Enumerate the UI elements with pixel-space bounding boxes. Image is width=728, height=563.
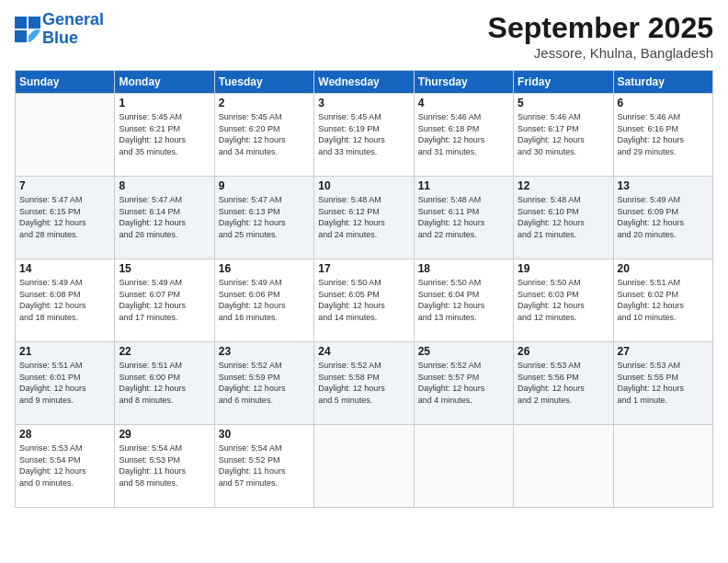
month-title: September 2025 [488,11,713,45]
calendar-header-monday: Monday [115,71,214,94]
day-number: 7 [19,179,110,192]
day-info: Sunrise: 5:45 AM Sunset: 6:21 PM Dayligh… [119,111,210,157]
title-area: September 2025 Jessore, Khulna, Banglade… [488,11,713,61]
location: Jessore, Khulna, Bangladesh [488,45,713,61]
svg-rect-1 [28,17,40,29]
logo-text: General Blue [42,11,104,48]
day-info: Sunrise: 5:48 AM Sunset: 6:12 PM Dayligh… [318,194,409,240]
day-info: Sunrise: 5:49 AM Sunset: 6:07 PM Dayligh… [119,277,210,323]
calendar-header-row: SundayMondayTuesdayWednesdayThursdayFrid… [16,71,713,94]
calendar-cell [613,425,712,508]
day-info: Sunrise: 5:48 AM Sunset: 6:10 PM Dayligh… [518,194,609,240]
day-number: 9 [219,179,310,192]
calendar: SundayMondayTuesdayWednesdayThursdayFrid… [15,70,713,508]
day-number: 4 [418,97,509,109]
calendar-cell: 20Sunrise: 5:51 AM Sunset: 6:02 PM Dayli… [613,259,712,342]
day-number: 28 [19,428,110,441]
day-number: 2 [219,97,310,109]
day-number: 1 [119,97,210,109]
calendar-week-row: 7Sunrise: 5:47 AM Sunset: 6:15 PM Daylig… [16,177,713,259]
calendar-cell: 10Sunrise: 5:48 AM Sunset: 6:12 PM Dayli… [314,177,414,259]
logo: General Blue [15,11,104,48]
day-info: Sunrise: 5:53 AM Sunset: 5:56 PM Dayligh… [518,360,609,406]
calendar-header-saturday: Saturday [613,71,712,94]
calendar-cell: 14Sunrise: 5:49 AM Sunset: 6:08 PM Dayli… [16,259,115,342]
calendar-cell [514,425,613,508]
day-info: Sunrise: 5:49 AM Sunset: 6:06 PM Dayligh… [219,277,310,323]
calendar-cell [314,425,414,508]
calendar-header-tuesday: Tuesday [214,71,313,94]
day-number: 11 [418,179,509,192]
calendar-week-row: 28Sunrise: 5:53 AM Sunset: 5:54 PM Dayli… [16,425,713,508]
day-number: 22 [119,345,210,358]
day-number: 27 [618,345,709,358]
calendar-cell: 22Sunrise: 5:51 AM Sunset: 6:00 PM Dayli… [115,342,214,425]
day-info: Sunrise: 5:54 AM Sunset: 5:53 PM Dayligh… [119,442,210,488]
calendar-header-wednesday: Wednesday [314,71,414,94]
calendar-cell: 30Sunrise: 5:54 AM Sunset: 5:52 PM Dayli… [214,425,313,508]
day-info: Sunrise: 5:50 AM Sunset: 6:04 PM Dayligh… [418,277,509,323]
calendar-cell: 15Sunrise: 5:49 AM Sunset: 6:07 PM Dayli… [115,259,214,342]
calendar-cell [16,94,115,177]
calendar-cell: 18Sunrise: 5:50 AM Sunset: 6:04 PM Dayli… [414,259,513,342]
calendar-cell [414,425,513,508]
day-number: 16 [219,262,310,275]
calendar-cell: 16Sunrise: 5:49 AM Sunset: 6:06 PM Dayli… [214,259,313,342]
calendar-cell: 5Sunrise: 5:46 AM Sunset: 6:17 PM Daylig… [514,94,613,177]
day-number: 6 [618,97,709,109]
day-number: 14 [19,262,110,275]
calendar-cell: 4Sunrise: 5:46 AM Sunset: 6:18 PM Daylig… [414,94,513,177]
svg-rect-2 [15,30,27,42]
calendar-cell: 26Sunrise: 5:53 AM Sunset: 5:56 PM Dayli… [514,342,613,425]
calendar-header-thursday: Thursday [414,71,513,94]
calendar-cell: 19Sunrise: 5:50 AM Sunset: 6:03 PM Dayli… [514,259,613,342]
day-info: Sunrise: 5:49 AM Sunset: 6:09 PM Dayligh… [618,194,709,240]
day-info: Sunrise: 5:46 AM Sunset: 6:16 PM Dayligh… [618,111,709,157]
day-info: Sunrise: 5:51 AM Sunset: 6:00 PM Dayligh… [119,360,210,406]
logo-line1: General [42,10,104,29]
day-number: 21 [19,345,110,358]
calendar-cell: 8Sunrise: 5:47 AM Sunset: 6:14 PM Daylig… [115,177,214,259]
day-number: 23 [219,345,310,358]
day-info: Sunrise: 5:53 AM Sunset: 5:55 PM Dayligh… [618,360,709,406]
day-info: Sunrise: 5:54 AM Sunset: 5:52 PM Dayligh… [219,442,310,488]
day-number: 13 [618,179,709,192]
day-info: Sunrise: 5:47 AM Sunset: 6:14 PM Dayligh… [119,194,210,240]
day-number: 10 [318,179,409,192]
day-info: Sunrise: 5:46 AM Sunset: 6:18 PM Dayligh… [418,111,509,157]
calendar-cell: 9Sunrise: 5:47 AM Sunset: 6:13 PM Daylig… [214,177,313,259]
calendar-header-friday: Friday [514,71,613,94]
calendar-cell: 2Sunrise: 5:45 AM Sunset: 6:20 PM Daylig… [214,94,313,177]
logo-icon [15,17,40,42]
day-info: Sunrise: 5:47 AM Sunset: 6:13 PM Dayligh… [219,194,310,240]
day-info: Sunrise: 5:52 AM Sunset: 5:58 PM Dayligh… [318,360,409,406]
calendar-cell: 17Sunrise: 5:50 AM Sunset: 6:05 PM Dayli… [314,259,414,342]
calendar-cell: 6Sunrise: 5:46 AM Sunset: 6:16 PM Daylig… [613,94,712,177]
day-info: Sunrise: 5:50 AM Sunset: 6:05 PM Dayligh… [318,277,409,323]
day-info: Sunrise: 5:47 AM Sunset: 6:15 PM Dayligh… [19,194,110,240]
calendar-week-row: 14Sunrise: 5:49 AM Sunset: 6:08 PM Dayli… [16,259,713,342]
calendar-cell: 3Sunrise: 5:45 AM Sunset: 6:19 PM Daylig… [314,94,414,177]
day-number: 5 [518,97,609,109]
day-info: Sunrise: 5:45 AM Sunset: 6:20 PM Dayligh… [219,111,310,157]
day-number: 24 [318,345,409,358]
day-info: Sunrise: 5:51 AM Sunset: 6:02 PM Dayligh… [618,277,709,323]
calendar-cell: 28Sunrise: 5:53 AM Sunset: 5:54 PM Dayli… [16,425,115,508]
calendar-cell: 1Sunrise: 5:45 AM Sunset: 6:21 PM Daylig… [115,94,214,177]
calendar-cell: 13Sunrise: 5:49 AM Sunset: 6:09 PM Dayli… [613,177,712,259]
day-number: 20 [618,262,709,275]
day-number: 29 [119,428,210,441]
day-number: 25 [418,345,509,358]
calendar-header-sunday: Sunday [16,71,115,94]
day-info: Sunrise: 5:49 AM Sunset: 6:08 PM Dayligh… [19,277,110,323]
day-number: 18 [418,262,509,275]
calendar-week-row: 1Sunrise: 5:45 AM Sunset: 6:21 PM Daylig… [16,94,713,177]
day-number: 12 [518,179,609,192]
calendar-cell: 11Sunrise: 5:48 AM Sunset: 6:11 PM Dayli… [414,177,513,259]
calendar-cell: 27Sunrise: 5:53 AM Sunset: 5:55 PM Dayli… [613,342,712,425]
calendar-cell: 24Sunrise: 5:52 AM Sunset: 5:58 PM Dayli… [314,342,414,425]
calendar-cell: 29Sunrise: 5:54 AM Sunset: 5:53 PM Dayli… [115,425,214,508]
header: General Blue September 2025 Jessore, Khu… [15,11,713,61]
day-number: 15 [119,262,210,275]
page: General Blue September 2025 Jessore, Khu… [0,0,728,563]
